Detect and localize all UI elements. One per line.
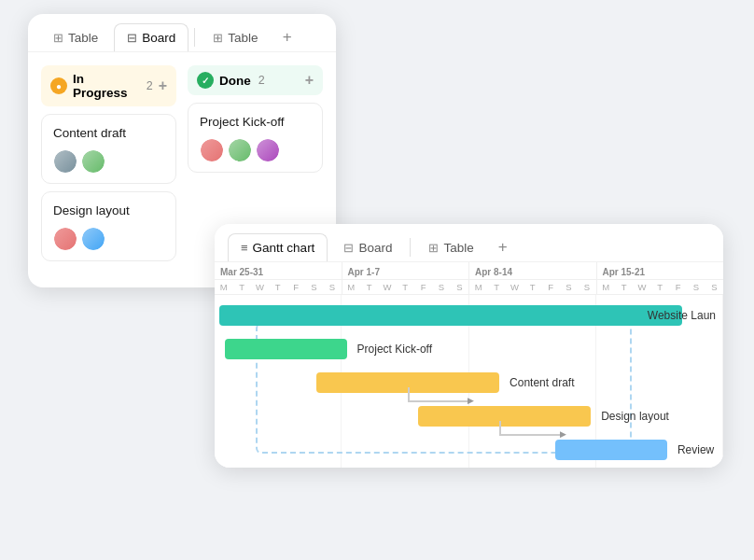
card-title-content-draft: Content draft (53, 126, 164, 140)
gantt-tab-bar: ≡ Gantt chart ⊟ Board ⊞ Table + (215, 224, 723, 262)
week-apr8: Apr 8-14 MT WT FS S (469, 262, 597, 294)
card-project-kickoff: Project Kick-off (188, 103, 323, 173)
week-mar25: Mar 25-31 MT WT FS S (215, 262, 342, 294)
arrow-vert-1 (408, 387, 410, 400)
week-label-mar25: Mar 25-31 (215, 262, 342, 280)
bar-project-kickoff (225, 339, 347, 359)
tab-table-2-label: Table (228, 31, 258, 45)
day-row-apr8: MT WT FS S (469, 280, 596, 294)
tab-table-1-label: Table (68, 31, 98, 45)
tab-gantt-board-label: Board (358, 241, 392, 255)
gantt-board-icon: ⊟ (343, 241, 354, 255)
card-title-project-kickoff: Project Kick-off (200, 115, 311, 129)
gantt-bars-area: Website Laun Project Kick-off Content dr… (215, 295, 723, 468)
card-title-design-layout: Design layout (53, 203, 164, 217)
day-row-mar25: MT WT FS S (215, 280, 342, 294)
tab-gantt-label: Gantt chart (253, 241, 315, 255)
tab-divider-gantt (410, 238, 411, 257)
label-design-layout: Design layout (601, 410, 669, 423)
column-count-done: 2 (258, 74, 265, 87)
column-header-in-progress: ● In Progress 2 + (41, 65, 176, 106)
column-count-in-progress: 2 (147, 79, 153, 92)
column-in-progress: ● In Progress 2 + Content draft Design l… (41, 65, 176, 269)
card-avatars-content-draft (53, 149, 164, 174)
gantt-panel: ≡ Gantt chart ⊟ Board ⊞ Table + Mar 25-3… (215, 224, 723, 468)
column-label-done: Done (219, 74, 251, 88)
tab-board[interactable]: ⊟ Board (114, 23, 188, 51)
column-header-done: ✓ Done 2 + (188, 65, 323, 95)
gantt-icon: ≡ (241, 241, 248, 255)
gantt-row-website-launch: Website Laun (215, 299, 723, 332)
label-website-launch: Website Laun (648, 309, 716, 322)
avatar-3 (53, 227, 77, 251)
card-avatars-project-kickoff (200, 138, 311, 162)
week-label-apr8: Apr 8-14 (469, 262, 596, 280)
label-project-kickoff: Project Kick-off (357, 343, 432, 356)
status-dot-done: ✓ (197, 72, 214, 89)
gantt-row-design-layout: Design layout (215, 399, 723, 433)
bar-design-layout (418, 406, 591, 427)
column-add-in-progress[interactable]: + (159, 77, 167, 94)
tab-gantt[interactable]: ≡ Gantt chart (228, 233, 328, 261)
tab-gantt-table[interactable]: ⊞ Table (416, 234, 485, 261)
arrow-vert-2 (499, 421, 501, 434)
day-row-apr15: MT WT FS S (597, 280, 724, 294)
week-apr15: Apr 15-21 MT WT FS S (597, 262, 724, 294)
avatar-2 (81, 149, 105, 174)
tab-table-2[interactable]: ⊞ Table (201, 24, 270, 51)
label-review: Review (677, 443, 714, 456)
avatar-1 (53, 149, 77, 174)
column-add-done[interactable]: + (305, 72, 314, 89)
avatar-6 (228, 138, 252, 162)
table-icon-1: ⊞ (53, 31, 63, 45)
card-design-layout: Design layout (41, 191, 176, 261)
avatar-5 (200, 138, 224, 162)
board-tab-bar: ⊞ Table ⊟ Board ⊞ Table + (28, 14, 336, 52)
bar-review (555, 440, 667, 460)
board-icon: ⊟ (127, 31, 137, 45)
tab-gantt-board[interactable]: ⊟ Board (331, 234, 404, 261)
week-label-apr15: Apr 15-21 (597, 262, 724, 280)
week-apr1: Apr 1-7 MT WT FS S (342, 262, 470, 294)
gantt-row-content-draft: Content draft (215, 366, 723, 399)
avatar-4 (81, 227, 105, 251)
calendar-header: Mar 25-31 MT WT FS S Apr 1-7 MT WT FS S (215, 262, 723, 295)
tab-board-label: Board (142, 31, 175, 45)
card-avatars-design-layout (53, 227, 164, 251)
column-label-in-progress: In Progress (73, 72, 139, 100)
tab-divider-1 (194, 28, 195, 47)
avatar-7 (256, 138, 280, 162)
label-content-draft: Content draft (510, 376, 574, 389)
add-tab-button-board[interactable]: + (274, 24, 300, 50)
day-row-apr1: MT WT FS S (342, 280, 469, 294)
card-content-draft: Content draft (41, 114, 176, 184)
bar-website-launch (219, 305, 682, 326)
gantt-row-review: Review (215, 433, 723, 467)
tab-table-1[interactable]: ⊞ Table (41, 24, 110, 51)
status-dot-in-progress: ● (50, 77, 67, 94)
tab-gantt-table-label: Table (443, 241, 473, 255)
table-icon-2: ⊞ (213, 31, 223, 45)
add-tab-button-gantt[interactable]: + (490, 234, 516, 260)
gantt-table-icon: ⊞ (428, 241, 439, 255)
gantt-chart-area: Mar 25-31 MT WT FS S Apr 1-7 MT WT FS S (215, 262, 723, 468)
week-label-apr1: Apr 1-7 (342, 262, 469, 280)
gantt-row-project-kickoff: Project Kick-off (215, 332, 723, 366)
